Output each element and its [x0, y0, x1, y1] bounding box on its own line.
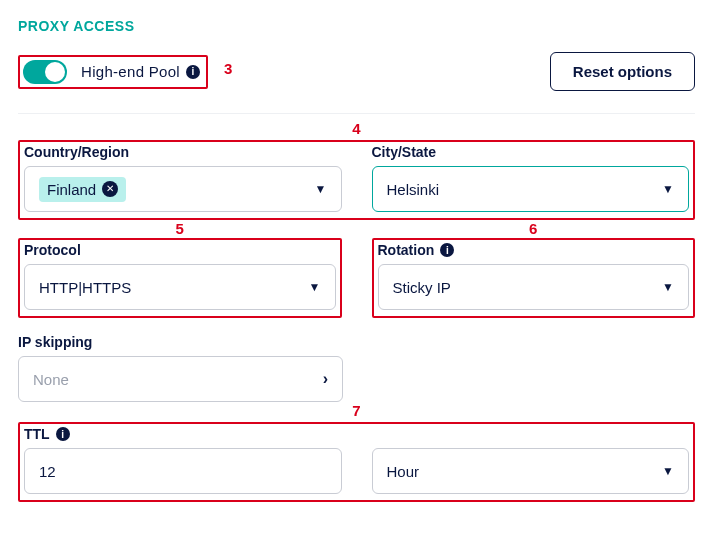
rotation-box: Rotation i Sticky IP ▼ — [372, 238, 696, 318]
ttl-value-field — [24, 448, 342, 494]
info-icon[interactable]: i — [186, 65, 200, 79]
ipskipping-label: IP skipping — [18, 334, 343, 350]
rotation-label: Rotation i — [378, 242, 690, 258]
annotation-6: 6 — [372, 220, 696, 238]
ttl-box: TTL i Hour ▼ — [18, 422, 695, 502]
annotation-5: 5 — [18, 220, 342, 238]
info-icon[interactable]: i — [440, 243, 454, 257]
chevron-right-icon: › — [323, 370, 328, 388]
ipskipping-select[interactable]: None › — [18, 356, 343, 402]
protocol-box: Protocol HTTP|HTTPS ▼ — [18, 238, 342, 318]
reset-options-button[interactable]: Reset options — [550, 52, 695, 91]
ttl-input[interactable] — [24, 448, 342, 494]
chevron-down-icon: ▼ — [662, 182, 674, 196]
protocol-select[interactable]: HTTP|HTTPS ▼ — [24, 264, 336, 310]
ttl-unit-value: Hour — [387, 463, 420, 480]
chevron-down-icon: ▼ — [315, 182, 327, 196]
ipskipping-value: None — [33, 371, 69, 388]
annotation-4: 4 — [18, 120, 695, 138]
ttl-unit-field: Hour ▼ — [372, 448, 690, 494]
country-select[interactable]: Finland ✕ ▼ — [24, 166, 342, 212]
highend-pool-toggle[interactable] — [23, 60, 67, 84]
highend-pool-group: High-end Pool i — [18, 55, 208, 89]
city-value: Helsinki — [387, 181, 440, 198]
protocol-value: HTTP|HTTPS — [39, 279, 131, 296]
country-value: Finland — [47, 181, 96, 198]
country-chip: Finland ✕ — [39, 177, 126, 202]
ttl-label-text: TTL — [24, 426, 50, 442]
ttl-label: TTL i — [24, 426, 689, 442]
chevron-down-icon: ▼ — [662, 464, 674, 478]
rotation-select[interactable]: Sticky IP ▼ — [378, 264, 690, 310]
rotation-label-text: Rotation — [378, 242, 435, 258]
toggle-knob — [45, 62, 65, 82]
divider — [18, 113, 695, 114]
country-remove-icon[interactable]: ✕ — [102, 181, 118, 197]
annotation-3: 3 — [224, 60, 232, 77]
rotation-value: Sticky IP — [393, 279, 451, 296]
city-label: City/State — [372, 144, 690, 160]
city-field: City/State Helsinki ▼ — [372, 144, 690, 212]
chevron-down-icon: ▼ — [662, 280, 674, 294]
protocol-label: Protocol — [24, 242, 336, 258]
highend-pool-text: High-end Pool — [81, 63, 180, 80]
info-icon[interactable]: i — [56, 427, 70, 441]
city-select[interactable]: Helsinki ▼ — [372, 166, 690, 212]
ipskipping-field: IP skipping None › — [18, 334, 343, 402]
section-title: PROXY ACCESS — [18, 18, 695, 34]
country-field: Country/Region Finland ✕ ▼ — [24, 144, 342, 212]
annotation-7: 7 — [18, 402, 695, 420]
ttl-unit-select[interactable]: Hour ▼ — [372, 448, 690, 494]
chevron-down-icon: ▼ — [309, 280, 321, 294]
country-city-box: Country/Region Finland ✕ ▼ City/State He… — [18, 140, 695, 220]
highend-pool-label: High-end Pool i — [81, 63, 200, 80]
country-label: Country/Region — [24, 144, 342, 160]
